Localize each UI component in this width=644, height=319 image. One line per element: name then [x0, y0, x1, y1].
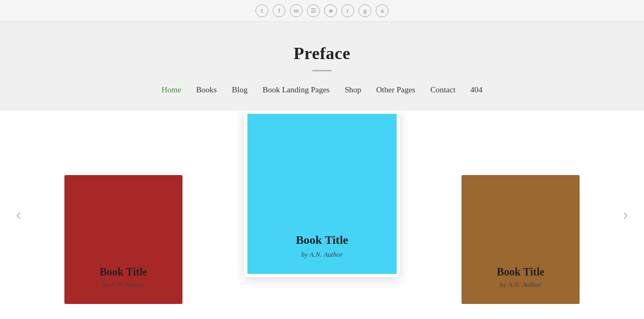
twitter-icon[interactable]: t [255, 4, 268, 17]
nav-home[interactable]: Home [162, 85, 181, 95]
book-card-right[interactable]: Book Title by A.N. Author [462, 175, 580, 304]
carousel-section: ‹ Book Title by A.N. Author Book Title b… [0, 111, 644, 319]
book-card-center[interactable]: Book Title by A.N. Author [244, 111, 400, 277]
main-nav: Home Books Blog Book Landing Pages Shop … [162, 85, 482, 95]
reddit-icon[interactable]: r [341, 4, 354, 17]
carousel-next-button[interactable]: › [623, 206, 628, 223]
carousel-wrapper: ‹ Book Title by A.N. Author Book Title b… [0, 111, 644, 319]
rss-icon[interactable]: ☴ [307, 4, 320, 17]
facebook-icon[interactable]: f [273, 4, 286, 17]
google-icon[interactable]: g [358, 4, 371, 17]
nav-contact[interactable]: Contact [430, 85, 456, 95]
site-header: Preface Home Books Blog Book Landing Pag… [0, 22, 644, 111]
nav-404[interactable]: 404 [471, 85, 483, 95]
nav-shop[interactable]: Shop [345, 85, 361, 95]
book-center-title: Book Title [296, 233, 348, 247]
nav-other-pages[interactable]: Other Pages [376, 85, 415, 95]
book-right-title: Book Title [497, 266, 545, 278]
amazon-icon[interactable]: a [376, 4, 389, 17]
books-container: Book Title by A.N. Author Book Title by … [107, 111, 537, 319]
book-center-author: by A.N. Author [301, 250, 343, 259]
book-card-left[interactable]: Book Title by A.N. Author [64, 175, 182, 304]
book-left-title: Book Title [100, 266, 148, 278]
page-wrapper: t f m ☴ ⎈ r g a Preface Home Books Blog … [0, 0, 644, 319]
site-title: Preface [294, 44, 350, 63]
github-icon[interactable]: ⎈ [324, 4, 337, 17]
medium-icon[interactable]: m [290, 4, 303, 17]
nav-book-landing[interactable]: Book Landing Pages [262, 85, 330, 95]
book-left-author: by A.N. Author [103, 280, 144, 289]
nav-books[interactable]: Books [196, 85, 217, 95]
carousel-prev-button[interactable]: ‹ [16, 206, 21, 223]
book-right-author: by A.N. Author [500, 280, 541, 289]
nav-blog[interactable]: Blog [232, 85, 247, 95]
title-divider [312, 70, 332, 71]
social-bar: t f m ☴ ⎈ r g a [0, 0, 644, 22]
